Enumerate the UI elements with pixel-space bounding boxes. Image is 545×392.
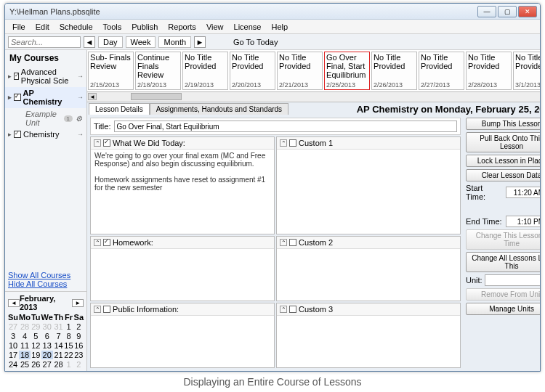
nav-prev-button[interactable]: ◄	[84, 36, 95, 48]
end-time-input[interactable]	[506, 216, 541, 227]
view-month[interactable]: Month	[158, 36, 191, 48]
manage-units-button[interactable]: Manage Units	[466, 303, 541, 315]
pane-checkbox[interactable]	[103, 139, 110, 147]
nav-next-button[interactable]: ►	[194, 36, 206, 48]
cal-day[interactable]: 25	[19, 360, 31, 369]
clear-lesson-button[interactable]: Clear Lesson Data	[466, 169, 541, 181]
unit-select[interactable]	[485, 274, 541, 286]
menu-view[interactable]: View	[202, 21, 228, 33]
timeline-scrollbar[interactable]: ◄ ►	[87, 92, 541, 102]
cal-day[interactable]: 1	[64, 322, 73, 331]
start-time-input[interactable]	[506, 187, 541, 198]
change-all-button[interactable]: Change All Lessons Like This	[466, 252, 541, 272]
cal-day[interactable]: 1	[64, 360, 73, 369]
timeline-card[interactable]: No Title Provided3/1/2013	[513, 52, 541, 90]
course-item[interactable]: ▸AP Chemistry→	[5, 87, 86, 108]
cal-day[interactable]: 2	[74, 360, 84, 369]
cal-day[interactable]: 27	[8, 322, 18, 331]
cal-day[interactable]: 7	[54, 332, 63, 340]
timeline-card[interactable]: Go Over Final, Start Equilibrium2/25/201…	[324, 52, 370, 90]
view-week[interactable]: Week	[126, 36, 156, 48]
expand-icon[interactable]: ▸	[8, 94, 12, 101]
cal-day[interactable]: 16	[74, 341, 84, 350]
search-input[interactable]	[8, 36, 81, 48]
gear-icon[interactable]: ⚙	[76, 115, 82, 123]
cal-day[interactable]: 21	[54, 351, 63, 359]
cal-day[interactable]: 29	[31, 322, 41, 331]
cal-day[interactable]: 15	[64, 341, 73, 350]
cal-day[interactable]: 24	[8, 360, 18, 369]
cal-prev-button[interactable]: ◄	[8, 299, 20, 307]
menu-license[interactable]: License	[230, 21, 266, 33]
cal-day[interactable]: 3	[8, 332, 18, 340]
course-checkbox[interactable]	[14, 73, 19, 80]
menu-tools[interactable]: Tools	[99, 21, 126, 33]
collapse-icon[interactable]: ⌃	[94, 239, 101, 246]
lock-lesson-button[interactable]: Lock Lesson in Place	[466, 155, 541, 167]
menu-reports[interactable]: Reports	[164, 21, 201, 33]
pane-checkbox[interactable]	[103, 239, 110, 246]
menu-file[interactable]: File	[8, 21, 30, 33]
pane-checkbox[interactable]	[289, 239, 296, 246]
timeline-card[interactable]: No Title Provided2/28/2013	[466, 52, 512, 90]
hide-all-courses-link[interactable]: Hide All Courses	[8, 279, 67, 288]
unit-item[interactable]: Example Unit1⚙	[5, 108, 86, 128]
cal-day[interactable]: 2	[74, 322, 84, 331]
cal-day[interactable]: 8	[64, 332, 73, 340]
timeline-card[interactable]: No Title Provided2/27/2013	[419, 52, 464, 90]
cal-day[interactable]: 26	[31, 360, 41, 369]
collapse-icon[interactable]: ⌃	[280, 306, 287, 313]
lesson-timeline[interactable]: Sub- Finals Review2/15/2013Continue Fina…	[87, 50, 541, 92]
show-all-courses-link[interactable]: Show All Courses	[8, 271, 70, 279]
menu-help[interactable]: Help	[267, 21, 292, 33]
course-item[interactable]: ▸Advanced Physical Scie→	[5, 66, 86, 87]
menu-publish[interactable]: Publish	[127, 21, 162, 33]
pane-body[interactable]	[277, 249, 460, 301]
course-item[interactable]: ▸Chemistry→	[5, 128, 86, 141]
timeline-card[interactable]: No Title Provided2/21/2013	[277, 52, 323, 90]
pull-back-button[interactable]: Pull Back Onto This Lesson	[466, 132, 541, 152]
expand-icon[interactable]: ▸	[8, 131, 12, 138]
pane-body[interactable]	[277, 316, 460, 367]
tab-assignments[interactable]: Assignments, Handouts and Standards	[150, 103, 288, 115]
collapse-icon[interactable]: ⌃	[94, 306, 101, 313]
cal-day[interactable]: 23	[74, 351, 84, 359]
cal-day[interactable]: 9	[74, 332, 84, 340]
timeline-card[interactable]: No Title Provided2/26/2013	[371, 52, 417, 90]
pane-body[interactable]	[277, 150, 460, 234]
cal-day[interactable]: 10	[8, 341, 18, 350]
pane-checkbox[interactable]	[103, 306, 110, 313]
pane-checkbox[interactable]	[289, 306, 296, 313]
mini-calendar[interactable]: ◄ February, 2013 ► SuMoTuWeThFrSa2728293…	[5, 291, 86, 371]
cal-day[interactable]: 18	[19, 351, 31, 359]
cal-day[interactable]: 20	[41, 351, 53, 359]
timeline-card[interactable]: Continue Finals Review2/18/2013	[135, 52, 181, 90]
cal-day[interactable]: 27	[41, 360, 53, 369]
course-checkbox[interactable]	[14, 131, 21, 138]
view-day[interactable]: Day	[98, 36, 123, 48]
maximize-button[interactable]: ▢	[498, 6, 517, 17]
cal-day[interactable]: 6	[41, 332, 53, 340]
cal-day[interactable]: 19	[31, 351, 41, 359]
cal-day[interactable]: 28	[19, 322, 31, 331]
cal-day[interactable]: 31	[54, 322, 63, 331]
cal-day[interactable]: 4	[19, 332, 31, 340]
scroll-thumb[interactable]	[131, 93, 182, 100]
titlebar[interactable]: Y:\Hellman Plans.pbsqlite — ▢ ✕	[5, 4, 540, 20]
lesson-title-input[interactable]	[114, 121, 458, 132]
go-to-today-button[interactable]: Go To Today	[233, 38, 278, 46]
scroll-left-button[interactable]: ◄	[88, 93, 97, 100]
menu-schedule[interactable]: Schedule	[55, 21, 97, 33]
timeline-card[interactable]: Sub- Finals Review2/15/2013	[88, 52, 134, 90]
cal-day[interactable]: 11	[19, 341, 31, 350]
course-checkbox[interactable]	[14, 94, 21, 101]
cal-day[interactable]: 13	[41, 341, 53, 350]
bump-lesson-button[interactable]: Bump This Lesson	[466, 118, 541, 130]
pane-body[interactable]	[91, 249, 274, 301]
cal-day[interactable]: 14	[54, 341, 63, 350]
pane-checkbox[interactable]	[289, 139, 296, 147]
pane-body[interactable]	[91, 316, 274, 367]
expand-icon[interactable]: ▸	[8, 73, 12, 80]
collapse-icon[interactable]: ⌃	[94, 139, 101, 147]
cal-day[interactable]: 17	[8, 351, 18, 359]
